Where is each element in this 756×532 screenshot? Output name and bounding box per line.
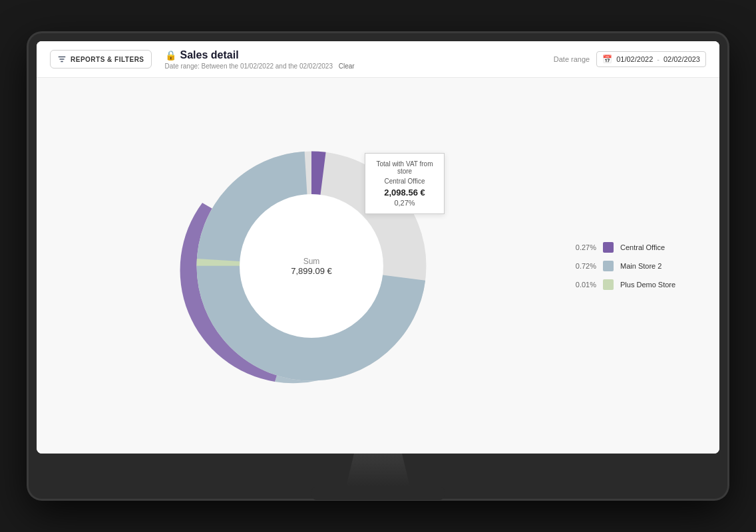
- legend-color: [603, 279, 614, 290]
- date-range-label: Date range: [554, 55, 590, 63]
- monitor-base: [311, 487, 445, 500]
- svg-point-8: [240, 194, 383, 338]
- tooltip: Total with VAT from store Central Office…: [365, 153, 445, 214]
- date-range-subtitle: Date range: Between the 01/02/2022 and t…: [165, 63, 554, 70]
- legend-pct: 0.01%: [573, 281, 596, 289]
- calendar-icon: 📅: [602, 55, 612, 64]
- header-right: Date range 📅 01/02/2022 - 02/02/2023: [554, 51, 706, 67]
- page-title: 🔒 Sales detail: [165, 49, 554, 61]
- donut-wrapper: Sum 7,899.09 € Total with VAT from store…: [178, 133, 445, 399]
- legend-pct: 0.27%: [573, 243, 596, 251]
- legend-color: [603, 242, 614, 253]
- app-content: REPORTS & FILTERS 🔒 Sales detail Date ra…: [37, 41, 719, 454]
- tooltip-percentage: 0,27%: [375, 199, 435, 207]
- legend-label: Central Office: [620, 243, 665, 251]
- tooltip-title: Total with VAT from store: [375, 160, 435, 175]
- legend: 0.27% Central Office 0.72% Main Store 2 …: [573, 91, 706, 440]
- legend-color: [603, 261, 614, 271]
- page-title-section: 🔒 Sales detail Date range: Between the 0…: [165, 49, 554, 70]
- legend-item: 0.27% Central Office: [573, 242, 693, 253]
- lock-icon: 🔒: [165, 50, 176, 61]
- legend-label: Plus Demo Store: [620, 281, 675, 289]
- filter-icon: [57, 55, 67, 64]
- date-picker[interactable]: 📅 01/02/2022 - 02/02/2023: [596, 51, 706, 67]
- date-from: 01/02/2022: [616, 55, 653, 63]
- main-content: Sum 7,899.09 € Total with VAT from store…: [37, 78, 719, 454]
- monitor-stand: [338, 454, 418, 487]
- header: REPORTS & FILTERS 🔒 Sales detail Date ra…: [37, 41, 719, 78]
- legend-pct: 0.72%: [573, 262, 596, 270]
- monitor: REPORTS & FILTERS 🔒 Sales detail Date ra…: [29, 33, 727, 499]
- tooltip-value: 2,098.56 €: [375, 188, 435, 198]
- legend-label: Main Store 2: [620, 262, 662, 270]
- tooltip-store: Central Office: [375, 178, 435, 185]
- date-to: 02/02/2023: [663, 55, 700, 63]
- monitor-screen: REPORTS & FILTERS 🔒 Sales detail Date ra…: [37, 41, 719, 454]
- clear-link[interactable]: Clear: [339, 63, 355, 70]
- reports-filters-label: REPORTS & FILTERS: [71, 56, 144, 63]
- legend-item: 0.72% Main Store 2: [573, 261, 693, 271]
- reports-filters-button[interactable]: REPORTS & FILTERS: [50, 50, 152, 68]
- date-separator: -: [657, 55, 660, 63]
- legend-item: 0.01% Plus Demo Store: [573, 279, 693, 290]
- chart-container: Sum 7,899.09 € Total with VAT from store…: [50, 91, 573, 440]
